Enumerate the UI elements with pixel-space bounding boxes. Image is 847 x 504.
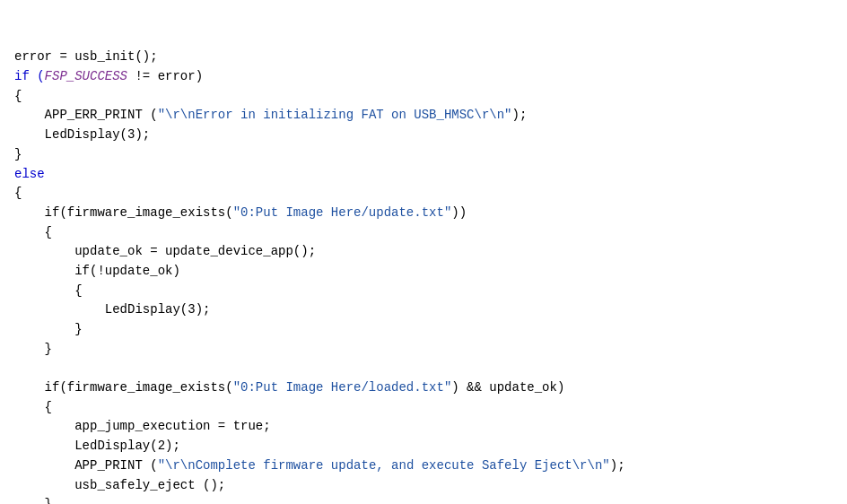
code-token: update_ok = update_device_app(); (14, 244, 316, 258)
code-editor: error = usb_init();if (FSP_SUCCESS != er… (14, 9, 833, 504)
code-line (14, 359, 833, 378)
code-token: "0:Put Image Here/loaded.txt" (233, 380, 452, 395)
code-line: { (14, 398, 833, 418)
code-line: if(firmware_image_exists("0:Put Image He… (14, 204, 833, 223)
code-line: LedDisplay(3); (14, 300, 833, 320)
code-token: } (14, 497, 52, 504)
code-token: if(firmware_image_exists( (14, 380, 233, 395)
code-token: app_jump_execution = true; (14, 419, 271, 433)
code-token: )) (451, 205, 467, 220)
code-line: LedDisplay(2); (14, 437, 833, 456)
code-line: APP_ERR_PRINT ("\r\nError in initializin… (14, 106, 833, 126)
code-token: "0:Put Image Here/update.txt" (233, 205, 452, 220)
code-line: LedDisplay(3); (14, 126, 833, 145)
code-line: update_ok = update_device_app(); (14, 242, 833, 262)
code-token: "\r\nError in initializing FAT on USB_HM… (158, 108, 512, 122)
code-token: ); (610, 458, 625, 473)
code-token: ) && update_ok) (451, 380, 564, 395)
code-token: { (14, 283, 83, 298)
code-line: { (14, 184, 833, 204)
code-line: { (14, 87, 833, 107)
code-line: APP_PRINT ("\r\nComplete firmware update… (14, 456, 833, 476)
code-line: app_jump_execution = true; (14, 417, 833, 437)
code-token: if(firmware_image_exists( (14, 205, 233, 220)
code-line: } (14, 340, 833, 360)
code-token: } (14, 147, 22, 161)
code-token: ); (512, 108, 528, 122)
code-token: if ( (14, 69, 45, 83)
code-token: { (14, 225, 52, 239)
code-line: error = usb_init(); (14, 48, 833, 67)
code-line: usb_safely_eject (); (14, 476, 833, 496)
code-token: } (14, 342, 52, 356)
code-line: else (14, 165, 833, 185)
code-token: APP_ERR_PRINT ( (14, 108, 158, 122)
code-token: { (14, 186, 22, 200)
code-line: } (14, 320, 833, 340)
code-line: if(!update_ok) (14, 262, 833, 282)
code-line: if (FSP_SUCCESS != error) (14, 67, 833, 87)
code-line: { (14, 223, 833, 243)
code-line: } (14, 495, 833, 504)
code-token: "\r\nComplete firmware update, and execu… (158, 458, 610, 473)
code-token: error = usb_init(); (14, 49, 158, 64)
code-token: } (14, 322, 83, 336)
code-line: if(firmware_image_exists("0:Put Image He… (14, 378, 833, 398)
code-token: if(!update_ok) (14, 264, 180, 278)
code-token: else (14, 167, 45, 181)
code-token: != error) (127, 69, 203, 83)
code-line: } (14, 145, 833, 165)
code-token: LedDisplay(3); (14, 127, 150, 142)
code-line: { (14, 282, 833, 301)
code-token: { (14, 400, 52, 414)
code-token: LedDisplay(2); (14, 439, 180, 453)
code-token: usb_safely_eject (); (14, 478, 225, 492)
code-token: APP_PRINT ( (14, 458, 158, 473)
code-token: { (14, 89, 22, 103)
code-token: FSP_SUCCESS (45, 69, 127, 83)
code-token: LedDisplay(3); (14, 302, 210, 317)
